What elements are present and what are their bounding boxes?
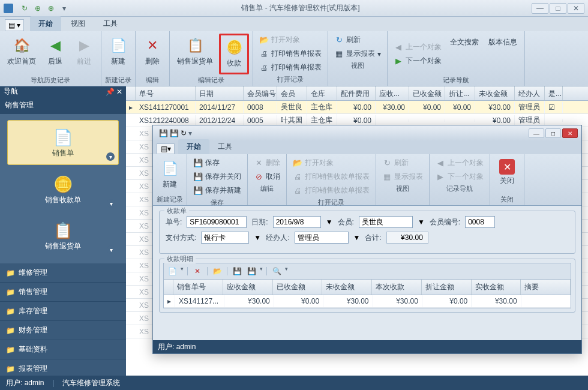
nav-card-2[interactable]: 📋销售退货单▾	[7, 214, 119, 257]
folder-icon: 📁	[6, 365, 15, 373]
fulltext-search-button[interactable]: 全文搜索	[446, 34, 482, 74]
back-icon: ◀	[46, 36, 65, 55]
detail-delete-button[interactable]: ✕	[191, 266, 203, 277]
receipt-button[interactable]: 🪙收款	[219, 34, 249, 74]
m-tab-start[interactable]: 开始	[178, 139, 209, 154]
open-object-button: 📂打开对象	[257, 34, 324, 46]
m-qat-saveclose-icon[interactable]: 💾	[170, 129, 179, 137]
tab-start[interactable]: 开始	[30, 16, 61, 31]
pay-method-input[interactable]	[201, 232, 249, 244]
grid-header-0[interactable]: 单号	[136, 86, 196, 100]
print-report2-button[interactable]: 🖨打印销售单报表	[257, 61, 324, 74]
grid-header-11[interactable]: 是...	[545, 86, 563, 100]
version-info-button[interactable]: 版本信息	[485, 34, 521, 74]
show-report-button[interactable]: ▦显示报表 ▾	[332, 47, 383, 60]
open-icon: 📂	[293, 158, 302, 168]
detail-save2-button[interactable]: 💾	[245, 266, 257, 277]
m-app-menu-button[interactable]: ▤▾	[157, 143, 175, 154]
m-save-new-button[interactable]: 💾保存并新建	[191, 184, 244, 197]
nav-pin-icon[interactable]: 📌 ✕	[106, 88, 122, 96]
nav-item-3[interactable]: 📁财务管理	[0, 321, 126, 340]
m-close-ribbon-button[interactable]: ✕关闭	[494, 157, 520, 194]
m-qat-save-icon[interactable]: 💾	[159, 129, 168, 137]
m-show-report-button: ▦显示报表	[380, 170, 425, 183]
m-close-button[interactable]: ✕	[562, 128, 578, 138]
nav-item-1[interactable]: 📁销售管理	[0, 283, 126, 302]
delete-button[interactable]: ✕删除	[139, 34, 166, 74]
detail-header-4[interactable]: 本次收款	[372, 280, 422, 295]
report-icon: ▦	[334, 49, 344, 59]
nav-card-1[interactable]: 🪙销售收款单▾	[7, 167, 119, 211]
close-button[interactable]: ✕	[568, 3, 584, 14]
detail-header-6[interactable]: 实收金额	[472, 280, 521, 295]
card-icon: 🪙	[52, 173, 74, 195]
grid-header-5[interactable]: 配件费用	[337, 86, 376, 100]
refresh-button[interactable]: ↻刷新	[332, 34, 383, 46]
nav-item-4[interactable]: 📁基础资料	[0, 340, 126, 359]
table-row[interactable]: ▸XS14112700012014/11/270008吴世良主仓库¥0.00¥3…	[126, 101, 588, 114]
detail-header-7[interactable]: 摘要	[521, 280, 571, 295]
row-indicator: ▸	[164, 295, 175, 307]
back-button[interactable]: ◀后退	[42, 34, 68, 74]
detail-header-2[interactable]: 已收金额	[273, 280, 323, 295]
qat-new-icon[interactable]: ⊕	[32, 3, 43, 14]
grid-header-3[interactable]: 会员	[277, 86, 307, 100]
grid-header-10[interactable]: 经办人	[515, 86, 545, 100]
detail-save-button[interactable]: 💾	[231, 266, 243, 277]
grid-header-8[interactable]: 折让...	[445, 86, 475, 100]
chevron-down-icon[interactable]: ▾	[106, 152, 115, 161]
grid-header-2[interactable]: 会员编号	[244, 86, 277, 100]
detail-search-button[interactable]: 🔍	[271, 266, 283, 277]
forward-icon: ▶	[74, 36, 94, 55]
member-no-input[interactable]	[465, 216, 495, 228]
qat-refresh-icon[interactable]: ↻	[19, 3, 30, 14]
new-button[interactable]: 📄新建	[105, 34, 131, 74]
forward-button: ▶前进	[71, 34, 97, 74]
next-object-button[interactable]: ▶下一个对象	[391, 55, 444, 67]
handler-input[interactable]	[295, 232, 349, 244]
sales-return-button[interactable]: 📋销售退货单	[173, 34, 217, 74]
chevron-down-icon[interactable]: ▾	[107, 199, 115, 208]
print-report-button[interactable]: 🖨打印销售单报表	[257, 47, 324, 60]
member-input[interactable]	[359, 216, 413, 228]
grid-header-4[interactable]: 仓库	[307, 86, 337, 100]
m-cancel-button[interactable]: ⊘取消	[251, 170, 283, 183]
grid-header-7[interactable]: 已收金额	[409, 86, 445, 100]
maximize-button[interactable]: □	[550, 3, 566, 14]
m-tab-tools[interactable]: 工具	[209, 139, 241, 154]
nav-card-0[interactable]: 📄销售单▾	[7, 120, 119, 165]
detail-header-3[interactable]: 未收金额	[322, 280, 372, 295]
m-minimize-button[interactable]: —	[529, 128, 544, 138]
grid-header-1[interactable]: 日期	[196, 86, 244, 100]
home-button[interactable]: 🏠欢迎首页	[4, 34, 40, 74]
date-input[interactable]	[273, 216, 321, 228]
grid-header-9[interactable]: 未收金额	[475, 86, 515, 100]
m-new-button[interactable]: 📄新建	[157, 157, 183, 194]
m-maximize-button[interactable]: □	[545, 128, 561, 138]
folder-icon: 📁	[6, 288, 15, 296]
qat-dropdown-icon[interactable]: ▾	[59, 3, 70, 14]
main-titlebar: ↻ ⊕ ⊕ ▾ 销售单 - 汽车维修管理软件[试用版本] — □ ✕	[0, 0, 588, 17]
minimize-button[interactable]: —	[532, 3, 548, 14]
tab-tools[interactable]: 工具	[95, 16, 126, 31]
m-save-close-button[interactable]: 💾保存并关闭	[191, 170, 244, 183]
m-qat-refresh-icon[interactable]: ↻	[181, 129, 187, 137]
nav-item-2[interactable]: 📁库存管理	[0, 302, 126, 321]
m-qat-dropdown-icon[interactable]: ▾	[188, 129, 192, 137]
detail-open-button[interactable]: 📂	[211, 266, 223, 277]
print-icon: 🖨	[293, 172, 302, 182]
grid-header-6[interactable]: 应收...	[376, 86, 409, 100]
detail-header-1[interactable]: 应收金额	[223, 280, 273, 295]
app-menu-button[interactable]: ▤ ▾	[5, 19, 24, 31]
order-no-input[interactable]	[187, 216, 247, 228]
detail-new-button[interactable]: 📄	[166, 266, 178, 277]
detail-header-5[interactable]: 折让金额	[422, 280, 472, 295]
tab-view[interactable]: 视图	[62, 16, 94, 31]
nav-item-0[interactable]: 📁维修管理	[0, 263, 126, 283]
status-user: 用户: admin	[6, 378, 44, 388]
chevron-down-icon[interactable]: ▾	[107, 245, 115, 254]
nav-item-5[interactable]: 📁报表管理	[0, 359, 126, 379]
m-save-button[interactable]: 💾保存	[191, 157, 244, 169]
detail-header-0[interactable]: 销售单号	[173, 280, 223, 295]
qat-new2-icon[interactable]: ⊕	[46, 3, 56, 14]
